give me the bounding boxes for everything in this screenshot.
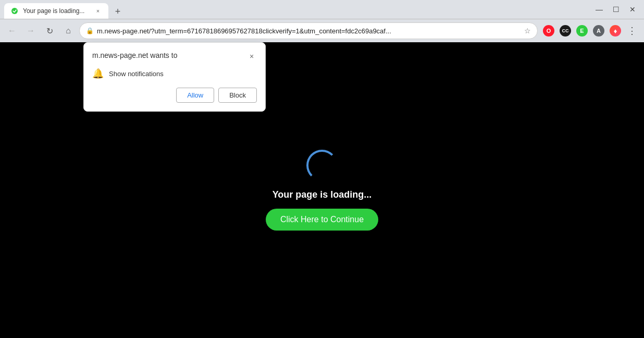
notification-row: 🔔 Show notifications [92, 68, 257, 79]
bell-icon: 🔔 [92, 68, 104, 79]
opera-logo-button[interactable]: ♦ [608, 23, 623, 39]
bookmark-icon[interactable]: ☆ [524, 27, 531, 35]
cc-icon-button[interactable]: CC [558, 23, 573, 39]
tab-strip: Your page is loading... × + [4, 0, 590, 19]
browser-window: Your page is loading... × + — ☐ ✕ ← → ↻ … [0, 0, 644, 338]
forward-button[interactable]: → [23, 23, 39, 39]
address-bar[interactable]: 🔒 m.news-page.net/?utm_term=671678186969… [79, 22, 538, 39]
new-tab-button[interactable]: + [110, 4, 125, 19]
notification-label: Show notifications [109, 70, 164, 78]
loading-text: Your page is loading... [273, 189, 372, 200]
notification-popup: m.news-page.net wants to × 🔔 Show notifi… [83, 42, 266, 112]
opera-icon-button[interactable]: O [541, 23, 556, 39]
loading-spinner [306, 150, 338, 181]
tab-title: Your page is loading... [23, 7, 90, 15]
back-button[interactable]: ← [4, 23, 20, 39]
close-button[interactable]: ✕ [625, 2, 640, 17]
reload-button[interactable]: ↻ [42, 23, 57, 39]
block-button[interactable]: Block [218, 88, 257, 103]
maximize-button[interactable]: ☐ [609, 2, 623, 17]
popup-close-button[interactable]: × [246, 51, 257, 62]
popup-header: m.news-page.net wants to × [92, 51, 257, 62]
popup-title: m.news-page.net wants to [92, 51, 177, 59]
tab-favicon [10, 7, 19, 15]
tab-close-button[interactable]: × [94, 7, 102, 15]
allow-button[interactable]: Allow [176, 88, 214, 103]
extension-icon-button[interactable]: E [574, 23, 590, 39]
popup-buttons: Allow Block [92, 88, 257, 103]
active-tab[interactable]: Your page is loading... × [4, 3, 108, 19]
home-button[interactable]: ⌂ [60, 23, 76, 39]
continue-button[interactable]: Click Here to Continue [266, 209, 378, 231]
nav-bar: ← → ↻ ⌂ 🔒 m.news-page.net/?utm_term=6716… [0, 19, 644, 42]
address-text: m.news-page.net/?utm_term=67167818696957… [97, 27, 521, 35]
title-bar: Your page is loading... × + — ☐ ✕ [0, 0, 644, 19]
page-content: m.news-page.net wants to × 🔔 Show notifi… [0, 42, 644, 338]
loading-container: Your page is loading... Click Here to Co… [266, 150, 378, 231]
svg-point-0 [11, 8, 18, 14]
menu-button[interactable]: ⋮ [624, 23, 640, 39]
window-controls: — ☐ ✕ [592, 2, 640, 17]
minimize-button[interactable]: — [592, 2, 606, 17]
account-icon-button[interactable]: A [591, 23, 606, 39]
toolbar-icons: O CC E A ♦ ⋮ [541, 23, 640, 39]
lock-icon: 🔒 [86, 27, 94, 34]
